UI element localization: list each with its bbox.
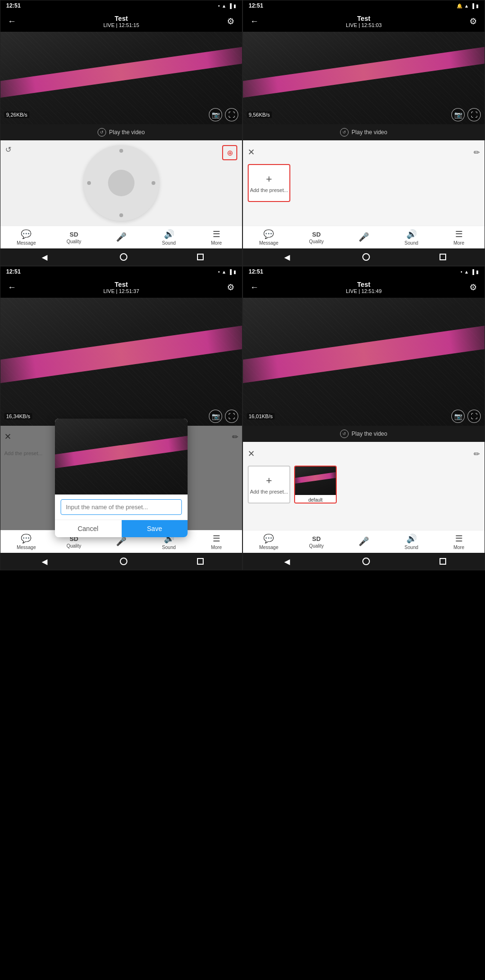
toolbar-sound-2[interactable]: 🔊 Sound [402,229,421,246]
video-icons-1: 📷 ⛶ [209,108,238,121]
ptz-target-button[interactable]: ⊕ [222,145,237,160]
screenshot-button-2[interactable]: 📷 [451,108,465,121]
dialog-save-button[interactable]: Save [122,520,188,537]
preset-grid-4: + Add the preset... default [248,466,480,504]
settings-button-1[interactable]: ⚙ [224,15,237,28]
nav-back-1[interactable]: ◀ [39,251,50,263]
ptz-area-1: ↺ ⊕ [0,140,242,226]
message-label-4: Message [259,545,278,550]
toolbar-more-4[interactable]: ☰ More [449,533,468,550]
toolbar-message-1[interactable]: 💬 Message [17,229,36,246]
play-video-bar-2[interactable]: ↺ Play the video [243,124,485,140]
preset-add-button-4[interactable]: + Add the preset... [248,466,290,504]
settings-button-3[interactable]: ⚙ [224,281,237,294]
toolbar-mic-2[interactable]: 🎤 [354,232,373,243]
status-time-2: 12:51 [249,2,263,9]
dialog-input-area-3 [55,495,188,520]
bitrate-3: 16,34KB/s [4,413,32,420]
ptz-center[interactable] [108,170,135,196]
stream-subtitle-4: LIVE | 12:51:49 [346,288,382,294]
toolbar-sound-4[interactable]: 🔊 Sound [402,533,421,550]
toolbar-mic-1[interactable]: 🎤 [112,232,131,243]
back-button-1[interactable]: ← [5,15,18,28]
preset-close-4[interactable]: ✕ [248,449,255,459]
toolbar-quality-2[interactable]: SD Quality [307,231,326,244]
mic-icon-1: 🎤 [116,232,126,242]
preset-panel-header-4: ✕ ✏ [248,447,480,461]
panel-3: 12:51 • ▲ ▐ ▮ ← Test LIVE | 12:51:37 ⚙ 1… [0,266,242,570]
settings-button-4[interactable]: ⚙ [467,281,480,294]
mic-icon-3: 🎤 [116,536,126,547]
quality-label-1: Quality [66,239,81,244]
toolbar-more-3[interactable]: ☰ More [207,533,226,550]
toolbar-quality-4[interactable]: SD Quality [307,535,326,549]
toolbar-more-2[interactable]: ☰ More [449,229,468,246]
nav-back-3[interactable]: ◀ [39,556,50,567]
status-bar-4: 12:51 • ▲ ▐ ▮ [243,266,485,277]
preset-edit-4[interactable]: ✏ [474,449,480,458]
fullscreen-button-4[interactable]: ⛶ [467,410,481,423]
nav-stop-1[interactable] [197,254,204,260]
panel-2: 12:51 🔔 ▲ ▐ ▮ ← Test LIVE | 12:51:03 ⚙ 9… [242,0,485,266]
toolbar-more-1[interactable]: ☰ More [207,229,226,246]
back-button-2[interactable]: ← [248,15,261,28]
status-time-3: 12:51 [6,268,21,275]
fullscreen-button-3[interactable]: ⛶ [225,410,238,423]
nav-record-1[interactable] [120,253,127,261]
toolbar-message-4[interactable]: 💬 Message [259,533,278,550]
preset-thumb-label: default [295,495,336,504]
toolbar-message-2[interactable]: 💬 Message [259,229,278,246]
preset-edit-2[interactable]: ✏ [474,148,480,157]
preset-add-icon-4: + [266,475,272,487]
nav-stop-4[interactable] [440,558,446,565]
video-icons-2: 📷 ⛶ [451,108,481,121]
ptz-joystick[interactable] [83,145,159,221]
nav-record-3[interactable] [120,558,127,565]
nav-back-4[interactable]: ◀ [281,556,293,567]
video-feed-3: 16,34KB/s 📷 ⛶ [0,298,242,426]
top-bar-4: ← Test LIVE | 12:51:49 ⚙ [243,277,485,298]
preset-default-item[interactable]: default [294,466,337,504]
toolbar-mic-3[interactable]: 🎤 [112,536,131,548]
nav-stop-3[interactable] [197,558,204,565]
screenshot-button-3[interactable]: 📷 [209,410,222,423]
back-button-3[interactable]: ← [5,281,18,294]
toolbar-mic-4[interactable]: 🎤 [354,536,373,548]
top-bar-1: ← Test LIVE | 12:51:15 ⚙ [0,11,242,32]
quality-label-2: Quality [309,239,323,244]
play-video-bar-4[interactable]: ↺ Play the video [243,426,485,442]
top-bar-center-3: Test LIVE | 12:51:37 [103,281,139,294]
nav-stop-2[interactable] [440,254,446,260]
bottom-toolbar-2: 💬 Message SD Quality 🎤 🔊 Sound ☰ More [243,226,485,248]
nav-back-2[interactable]: ◀ [281,251,293,263]
notification-icon-2: 🔔 [457,3,462,9]
preset-dialog-3: Cancel Save [55,419,188,537]
video-icons-3: 📷 ⛶ [209,410,238,423]
toolbar-quality-1[interactable]: SD Quality [64,231,83,244]
dialog-cancel-button[interactable]: Cancel [55,520,122,537]
toolbar-sound-1[interactable]: 🔊 Sound [160,229,179,246]
fullscreen-button-2[interactable]: ⛶ [467,108,481,121]
video-feed-4: 16,01KB/s 📷 ⛶ [243,298,485,426]
fullscreen-button-1[interactable]: ⛶ [225,108,238,121]
nav-record-4[interactable] [362,558,370,565]
preset-add-button-2[interactable]: + Add the preset... [248,164,290,202]
status-bar-3: 12:51 • ▲ ▐ ▮ [0,266,242,277]
ptz-refresh-icon[interactable]: ↺ [5,145,11,154]
toolbar-message-3[interactable]: 💬 Message [17,533,36,550]
status-time-4: 12:51 [249,268,263,275]
nav-record-2[interactable] [362,253,370,261]
sound-icon-4: 🔊 [406,533,417,544]
screenshot-button-4[interactable]: 📷 [451,410,465,423]
play-video-bar-1[interactable]: ↺ Play the video [0,124,242,140]
screenshot-button-1[interactable]: 📷 [209,108,222,121]
settings-button-2[interactable]: ⚙ [467,15,480,28]
mic-icon-2: 🎤 [359,232,369,242]
more-label-2: More [453,240,464,246]
ptz-target-icon: ⊕ [227,148,233,157]
preset-name-input[interactable] [61,499,182,515]
preset-close-2[interactable]: ✕ [248,147,255,157]
dot-icon-3: • [218,269,220,275]
back-button-4[interactable]: ← [248,281,261,294]
stream-title-1: Test [103,15,139,22]
